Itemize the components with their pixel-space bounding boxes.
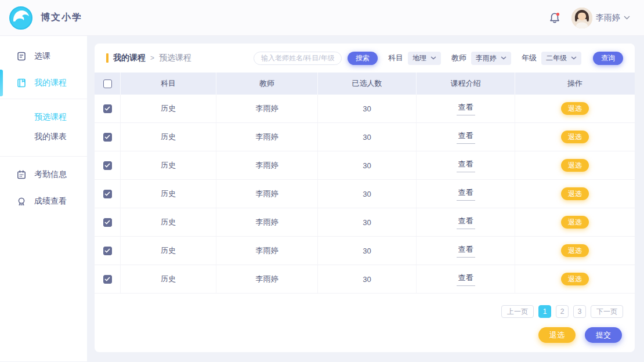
filter-teacher: 教师 李雨婷 <box>451 52 511 65</box>
withdraw-row-button[interactable]: 退选 <box>561 273 589 285</box>
sidebar-item-grades[interactable]: 成绩查看 <box>0 188 87 215</box>
subject-cell: 历史 <box>121 180 216 208</box>
filter-teacher-value: 李雨婷 <box>476 53 497 63</box>
withdraw-row-button[interactable]: 退选 <box>561 244 589 257</box>
breadcrumb-separator: > <box>150 54 154 62</box>
view-link[interactable]: 查看 <box>457 216 475 229</box>
filter-grade-label: 年级 <box>522 53 537 63</box>
column-header-intro: 课程介绍 <box>417 73 515 95</box>
table-row: 历史 李雨婷 30 查看 退选 <box>95 95 635 123</box>
sidebar-divider <box>0 156 87 157</box>
action-cell: 退选 <box>515 151 635 179</box>
select-all-checkbox[interactable] <box>103 79 112 88</box>
chevron-down-icon <box>501 56 506 60</box>
view-link[interactable]: 查看 <box>457 159 475 172</box>
footer-actions: 退选 提交 <box>95 318 635 343</box>
search-button[interactable]: 搜索 <box>348 52 378 65</box>
filter-subject: 科目 地理 <box>388 52 441 65</box>
notification-bell-icon[interactable] <box>548 12 561 24</box>
teacher-cell: 李雨婷 <box>216 180 318 208</box>
medal-icon <box>16 196 27 207</box>
subject-cell: 历史 <box>121 265 216 293</box>
view-link[interactable]: 查看 <box>457 273 475 286</box>
action-cell: 退选 <box>515 123 635 151</box>
filter-teacher-select[interactable]: 李雨婷 <box>471 52 511 65</box>
search-input[interactable] <box>254 52 342 65</box>
sidebar-subitem-my-schedule[interactable]: 我的课表 <box>0 127 87 147</box>
withdraw-row-button[interactable]: 退选 <box>561 187 589 200</box>
user-menu[interactable]: 李雨婷 <box>571 8 630 28</box>
intro-cell: 查看 <box>417 95 515 122</box>
action-cell: 退选 <box>515 237 635 265</box>
submit-button[interactable]: 提交 <box>585 327 622 343</box>
sidebar-item-course-select[interactable]: 选课 <box>0 43 87 70</box>
sidebar-item-label: 成绩查看 <box>34 196 67 207</box>
sidebar-item-label: 考勤信息 <box>34 169 67 180</box>
page-number-button[interactable]: 1 <box>538 305 551 318</box>
withdraw-row-button[interactable]: 退选 <box>561 159 589 172</box>
book-icon <box>16 78 27 88</box>
top-header: 博文小学 李雨婷 <box>0 0 644 36</box>
row-checkbox-cell <box>95 237 121 265</box>
view-link[interactable]: 查看 <box>457 244 475 258</box>
sidebar-item-attendance[interactable]: 考勤信息 <box>0 161 87 188</box>
withdraw-row-button[interactable]: 退选 <box>561 102 589 115</box>
filter-subject-select[interactable]: 地理 <box>408 52 441 65</box>
column-header-subject: 科目 <box>121 73 216 95</box>
view-link[interactable]: 查看 <box>457 187 475 201</box>
chevron-down-icon <box>624 16 630 20</box>
breadcrumb-parent[interactable]: 我的课程 <box>113 53 146 63</box>
table-row: 历史 李雨婷 30 查看 退选 <box>95 265 635 294</box>
row-checkbox[interactable] <box>103 190 112 198</box>
page-number-button[interactable]: 2 <box>556 305 569 318</box>
row-checkbox[interactable] <box>103 161 112 170</box>
filter-grade-value: 二年级 <box>546 53 567 63</box>
sidebar-subitem-preselected-courses[interactable]: 预选课程 <box>0 107 87 127</box>
filter-grade-select[interactable]: 二年级 <box>541 52 581 65</box>
row-checkbox-cell <box>95 265 121 293</box>
row-checkbox[interactable] <box>103 218 112 227</box>
active-indicator <box>0 70 3 96</box>
row-checkbox[interactable] <box>103 247 112 255</box>
sidebar-item-label: 选课 <box>34 51 50 61</box>
row-checkbox[interactable] <box>103 133 112 142</box>
view-link[interactable]: 查看 <box>457 102 475 115</box>
page-number-button[interactable]: 3 <box>573 305 586 318</box>
calendar-icon <box>16 169 27 180</box>
subject-cell: 历史 <box>121 123 216 151</box>
filter-grade: 年级 二年级 <box>522 52 581 65</box>
withdraw-row-button[interactable]: 退选 <box>561 216 589 229</box>
action-cell: 退选 <box>515 180 635 208</box>
sidebar: 选课 我的课程 预选课程 我的课表 <box>0 36 87 361</box>
withdraw-row-button[interactable]: 退选 <box>561 131 589 143</box>
table-row: 历史 李雨婷 30 查看 退选 <box>95 208 635 237</box>
table-header-checkbox-cell <box>95 73 121 95</box>
chevron-down-icon <box>430 56 436 60</box>
teacher-cell: 李雨婷 <box>216 208 318 236</box>
subject-cell: 历史 <box>121 95 216 122</box>
chevron-down-icon <box>571 56 577 60</box>
sidebar-subitem-label: 我的课表 <box>34 132 67 142</box>
row-checkbox-cell <box>95 208 121 236</box>
sidebar-item-my-courses[interactable]: 我的课程 <box>0 70 87 96</box>
query-button[interactable]: 查询 <box>593 52 623 65</box>
enrolled-count-cell: 30 <box>318 95 417 122</box>
content-card: 我的课程 > 预选课程 搜索 科目 地理 教师 <box>95 44 635 352</box>
table-body: 历史 李雨婷 30 查看 退选 <box>95 95 635 294</box>
row-checkbox[interactable] <box>103 275 112 284</box>
view-link[interactable]: 查看 <box>457 131 475 144</box>
next-page-button[interactable]: 下一页 <box>591 305 623 318</box>
toolbar: 我的课程 > 预选课程 搜索 科目 地理 教师 <box>95 44 635 73</box>
prev-page-button[interactable]: 上一页 <box>501 305 534 318</box>
enrolled-count-cell: 30 <box>318 265 417 293</box>
sidebar-divider <box>0 99 87 99</box>
subject-cell: 历史 <box>121 151 216 179</box>
enrolled-count-cell: 30 <box>318 123 417 151</box>
intro-cell: 查看 <box>417 208 515 236</box>
withdraw-button[interactable]: 退选 <box>538 327 576 343</box>
username: 李雨婷 <box>596 13 620 23</box>
teacher-cell: 李雨婷 <box>216 95 318 122</box>
table-row: 历史 李雨婷 30 查看 退选 <box>95 151 635 180</box>
row-checkbox[interactable] <box>103 104 112 113</box>
column-header-action: 操作 <box>515 73 635 95</box>
